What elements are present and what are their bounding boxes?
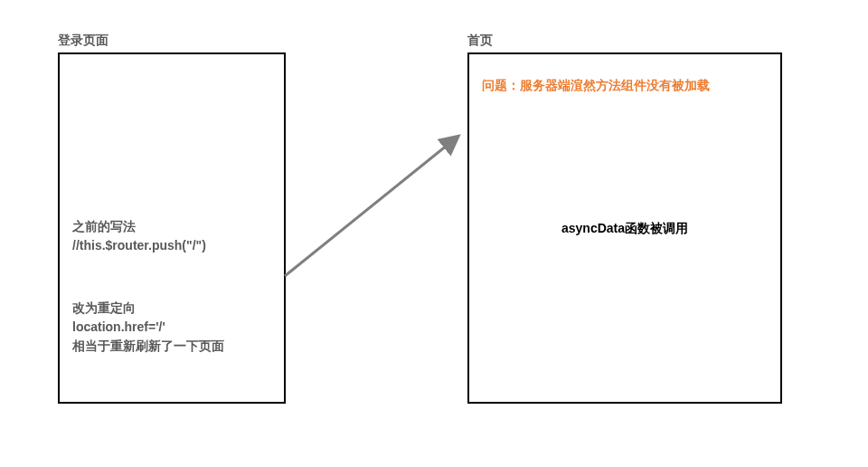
new-method-note: 相当于重新刷新了一下页面	[72, 337, 224, 356]
problem-text: 问题：服务器端渲然方法组件没有被加载	[482, 78, 710, 94]
home-page-box: 问题：服务器端渲然方法组件没有被加载 asyncData函数被调用	[467, 52, 782, 404]
login-page-box: 之前的写法 //this.$router.push("/") 改为重定向 loc…	[58, 52, 286, 404]
old-method-label: 之前的写法	[72, 217, 206, 236]
new-method-label: 改为重定向	[72, 299, 224, 318]
left-box-title: 登录页面	[58, 33, 108, 49]
async-data-text: asyncData函数被调用	[469, 221, 780, 237]
right-box-title: 首页	[467, 33, 493, 49]
old-method-code: //this.$router.push("/")	[72, 236, 206, 255]
old-method-block: 之前的写法 //this.$router.push("/")	[72, 217, 206, 255]
new-method-code: location.href='/'	[72, 318, 224, 337]
new-method-block: 改为重定向 location.href='/' 相当于重新刷新了一下页面	[72, 299, 224, 356]
arrow-icon	[276, 127, 470, 285]
svg-line-1	[285, 138, 457, 276]
